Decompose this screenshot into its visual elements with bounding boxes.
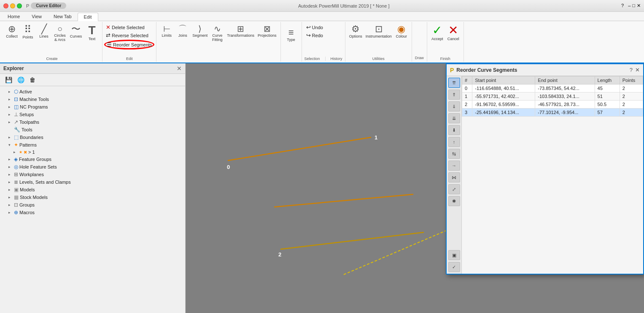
delete-selected-button[interactable]: ✕ Delete Selected bbox=[104, 24, 154, 31]
sidebar-btn-6[interactable]: ↑ bbox=[448, 137, 460, 147]
cancel-button[interactable]: ✕ Cancel bbox=[446, 24, 461, 42]
options-button[interactable]: ⚙ Options bbox=[348, 24, 364, 39]
patterns-label: Patterns bbox=[19, 142, 37, 147]
maximize-button[interactable] bbox=[17, 3, 22, 8]
models-icon: ▣ bbox=[14, 187, 19, 193]
tree-item-macros[interactable]: ▸ ⊕ Macros bbox=[0, 209, 185, 216]
table-row[interactable]: 1 -55.971731, 42.402... -103.584333, 24.… bbox=[462, 93, 643, 101]
tree-item-patterns[interactable]: ▾ ✦ Patterns bbox=[0, 141, 185, 149]
tree-item-feature-groups[interactable]: ▸ ◈ Feature Groups bbox=[0, 155, 185, 163]
window-minimize-btn[interactable]: – bbox=[628, 3, 631, 8]
points-button[interactable]: ⠿ Points bbox=[20, 24, 35, 40]
ribbon-group-utilities: ⚙ Options ⊡ Instrumentation ◉ Colour Uti… bbox=[345, 22, 412, 62]
window-help[interactable]: ? bbox=[621, 3, 624, 8]
segment-button[interactable]: ⟩ Segment bbox=[191, 24, 209, 38]
tab-newtab[interactable]: New Tab bbox=[48, 12, 78, 21]
table-row[interactable]: 3 -25.441696, 14.134... -77.10124, -9.95… bbox=[462, 109, 643, 117]
cell-length: 51 bbox=[595, 93, 620, 101]
reorder-segments-button[interactable]: ☰ Reorder Segments bbox=[104, 40, 154, 49]
tab-edit[interactable]: Edit bbox=[78, 13, 98, 21]
explorer-save-btn[interactable]: 💾 bbox=[3, 76, 14, 84]
tree-item-groups[interactable]: ▸ ⊡ Groups bbox=[0, 201, 185, 209]
reverse-selected-button[interactable]: ⇄ Reverse Selected bbox=[104, 32, 154, 39]
dialog-body: ⇈ ⇑ ⇓ ⇊ ⬇ ↑ ⇆ → ⋈ ⤢ ✱ ▣ ✓ bbox=[447, 76, 643, 274]
curve-fitting-button[interactable]: ∿ Curve Fitting bbox=[210, 24, 225, 43]
lines-button[interactable]: ╱ Lines bbox=[36, 24, 51, 39]
svg-line-3 bbox=[344, 230, 447, 275]
svg-line-1 bbox=[274, 194, 413, 207]
table-row[interactable]: 2 -91.96702, 6.59599... -46.577921, 28.7… bbox=[462, 101, 643, 109]
tree-item-stock-models[interactable]: ▸ ▦ Stock Models bbox=[0, 193, 185, 201]
toolpaths-icon: ↗ bbox=[14, 119, 18, 125]
sidebar-btn-7[interactable]: ⇆ bbox=[448, 149, 460, 159]
svg-line-2 bbox=[280, 232, 424, 249]
tree-item-models[interactable]: ▸ ▣ Models bbox=[0, 186, 185, 193]
sidebar-btn-3[interactable]: ⇓ bbox=[448, 101, 460, 112]
joins-button[interactable]: ⌒ Joins bbox=[175, 24, 190, 38]
table-row[interactable]: 0 -116.654888, 40.51... -73.857345, 54.4… bbox=[462, 84, 643, 93]
undo-button[interactable]: ↩ Undo bbox=[304, 24, 342, 31]
create-buttons: ⊕ Collect ⠿ Points ╱ Lines ○ Circles & A… bbox=[4, 24, 100, 43]
limits-button[interactable]: ⊢ Limits bbox=[159, 24, 174, 38]
transformations-button[interactable]: ⊞ Transformations bbox=[226, 24, 256, 38]
accept-button[interactable]: ✓ Accept bbox=[430, 24, 445, 42]
tree-item-toolpaths[interactable]: ▸ ↗ Toolpaths bbox=[0, 118, 185, 126]
type-button[interactable]: ≡ Type bbox=[283, 27, 299, 43]
curve-fitting-label: Curve Fitting bbox=[212, 33, 223, 42]
canvas-area[interactable]: 0 1 2 3 P Reorder Curve Segments ? ✕ ⇈ ⇑ bbox=[186, 63, 644, 313]
reorder-dialog: P Reorder Curve Segments ? ✕ ⇈ ⇑ ⇓ ⇊ ⬇ ↑ bbox=[446, 63, 644, 275]
instrumentation-icon: ⊡ bbox=[375, 24, 383, 34]
reorder-icon: ☰ bbox=[107, 41, 112, 48]
dialog-close-btn[interactable]: ✕ bbox=[635, 67, 640, 73]
tab-home[interactable]: Home bbox=[2, 12, 26, 21]
sidebar-btn-10[interactable]: ⤢ bbox=[448, 184, 460, 194]
cell-points: 2 bbox=[620, 109, 643, 117]
explorer-close[interactable]: ✕ bbox=[177, 65, 182, 72]
tree-item-pattern-sub[interactable]: ▸ ★ ✖ > 1 bbox=[0, 149, 185, 155]
minimize-button[interactable] bbox=[10, 3, 15, 8]
cell-end: -73.857345, 54.42... bbox=[535, 84, 595, 93]
tree-item-tools[interactable]: 🔧 Tools bbox=[0, 126, 185, 133]
text-button[interactable]: T Text bbox=[84, 24, 100, 42]
tab-view[interactable]: View bbox=[26, 12, 48, 21]
sidebar-btn-9[interactable]: ⋈ bbox=[448, 172, 460, 182]
projections-button[interactable]: ⊠ Projections bbox=[256, 24, 278, 38]
sidebar-btn-4[interactable]: ⇊ bbox=[448, 113, 460, 123]
sidebar-btn-2[interactable]: ⇑ bbox=[448, 90, 460, 100]
levels-label: Levels, Sets and Clamps bbox=[19, 180, 71, 185]
sidebar-btn-8[interactable]: → bbox=[448, 161, 460, 171]
tree-item-setups[interactable]: ▸ ⊥ Setups bbox=[0, 111, 185, 118]
tree-item-nc-programs[interactable]: ▸ ◫ NC Programs bbox=[0, 103, 185, 111]
sidebar-btn-1[interactable]: ⇈ bbox=[448, 78, 460, 88]
curve-fitting-icon: ∿ bbox=[214, 24, 221, 33]
window-maximize-btn[interactable]: □ bbox=[632, 3, 635, 8]
sidebar-btn-confirm[interactable]: ✓ bbox=[448, 262, 460, 272]
close-button[interactable] bbox=[3, 3, 8, 8]
tree-item-boundaries[interactable]: ▸ ⬚ Boundaries bbox=[0, 133, 185, 141]
sidebar-btn-5[interactable]: ⬇ bbox=[448, 125, 460, 135]
curves-button[interactable]: 〜 Curves bbox=[68, 24, 84, 39]
ribbon-section-edit: ✕ Delete Selected ⇄ Reverse Selected ☰ R… bbox=[102, 22, 156, 62]
instrumentation-button[interactable]: ⊡ Instrumentation bbox=[364, 24, 393, 39]
sidebar-btn-select[interactable]: ▣ bbox=[448, 250, 460, 260]
explorer-trash-btn[interactable]: 🗑 bbox=[28, 76, 37, 84]
dialog-help-btn[interactable]: ? bbox=[630, 67, 633, 73]
tree-item-workplanes[interactable]: ▸ ⊞ Workplanes bbox=[0, 171, 185, 178]
tree-item-hole-feature-sets[interactable]: ▸ ◎ Hole Feature Sets bbox=[0, 163, 185, 171]
colour-button[interactable]: ◉ Colour bbox=[394, 24, 409, 39]
collect-button[interactable]: ⊕ Collect bbox=[4, 24, 19, 39]
instrumentation-label: Instrumentation bbox=[366, 34, 392, 38]
app-icon: P bbox=[26, 3, 29, 8]
explorer-globe-btn[interactable]: 🌐 bbox=[16, 76, 26, 84]
draw-group: Draw bbox=[412, 22, 427, 62]
selection-history-group: ↩ Undo ↪ Redo Selection History bbox=[302, 22, 345, 62]
tree-item-machine-tools[interactable]: ▸ ⊡ Machine Tools bbox=[0, 95, 185, 103]
circles-button[interactable]: ○ Circles & Arcs bbox=[52, 24, 67, 43]
machine-tools-label: Machine Tools bbox=[19, 97, 49, 102]
window-close-btn[interactable]: ✕ bbox=[637, 3, 641, 8]
redo-button[interactable]: ↪ Redo bbox=[304, 32, 342, 39]
sel-hist-labels: Selection History bbox=[304, 57, 342, 61]
tree-item-active[interactable]: ▸ ⬡ Active bbox=[0, 88, 185, 95]
sidebar-btn-11[interactable]: ✱ bbox=[448, 196, 460, 206]
tree-item-levels[interactable]: ▸ ≣ Levels, Sets and Clamps bbox=[0, 178, 185, 186]
